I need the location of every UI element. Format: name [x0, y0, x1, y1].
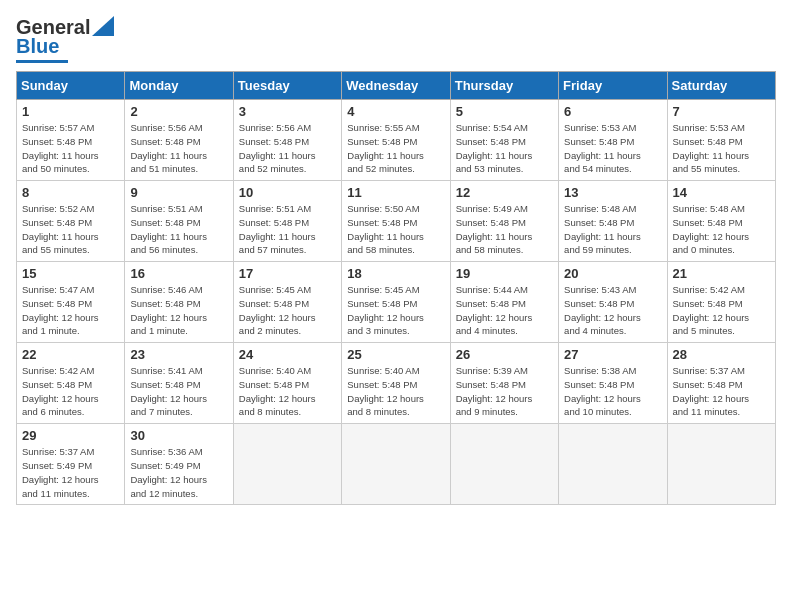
calendar-cell: 15Sunrise: 5:47 AM Sunset: 5:48 PM Dayli… — [17, 262, 125, 343]
day-number: 12 — [456, 185, 553, 200]
calendar-cell: 21Sunrise: 5:42 AM Sunset: 5:48 PM Dayli… — [667, 262, 775, 343]
calendar-cell: 9Sunrise: 5:51 AM Sunset: 5:48 PM Daylig… — [125, 181, 233, 262]
day-number: 6 — [564, 104, 661, 119]
day-info: Sunrise: 5:51 AM Sunset: 5:48 PM Dayligh… — [130, 202, 227, 257]
calendar-week-4: 22Sunrise: 5:42 AM Sunset: 5:48 PM Dayli… — [17, 343, 776, 424]
day-number: 29 — [22, 428, 119, 443]
day-info: Sunrise: 5:53 AM Sunset: 5:48 PM Dayligh… — [564, 121, 661, 176]
day-number: 26 — [456, 347, 553, 362]
calendar-week-3: 15Sunrise: 5:47 AM Sunset: 5:48 PM Dayli… — [17, 262, 776, 343]
calendar-cell — [342, 424, 450, 505]
calendar-cell: 6Sunrise: 5:53 AM Sunset: 5:48 PM Daylig… — [559, 100, 667, 181]
calendar-cell: 5Sunrise: 5:54 AM Sunset: 5:48 PM Daylig… — [450, 100, 558, 181]
weekday-monday: Monday — [125, 72, 233, 100]
calendar-cell: 17Sunrise: 5:45 AM Sunset: 5:48 PM Dayli… — [233, 262, 341, 343]
day-number: 7 — [673, 104, 770, 119]
day-info: Sunrise: 5:39 AM Sunset: 5:48 PM Dayligh… — [456, 364, 553, 419]
day-info: Sunrise: 5:37 AM Sunset: 5:49 PM Dayligh… — [22, 445, 119, 500]
day-info: Sunrise: 5:42 AM Sunset: 5:48 PM Dayligh… — [22, 364, 119, 419]
calendar-cell — [667, 424, 775, 505]
day-number: 21 — [673, 266, 770, 281]
calendar-cell: 23Sunrise: 5:41 AM Sunset: 5:48 PM Dayli… — [125, 343, 233, 424]
day-number: 22 — [22, 347, 119, 362]
calendar-table: SundayMondayTuesdayWednesdayThursdayFrid… — [16, 71, 776, 505]
day-info: Sunrise: 5:43 AM Sunset: 5:48 PM Dayligh… — [564, 283, 661, 338]
calendar-cell: 7Sunrise: 5:53 AM Sunset: 5:48 PM Daylig… — [667, 100, 775, 181]
day-info: Sunrise: 5:45 AM Sunset: 5:48 PM Dayligh… — [347, 283, 444, 338]
day-info: Sunrise: 5:48 AM Sunset: 5:48 PM Dayligh… — [564, 202, 661, 257]
calendar-cell: 4Sunrise: 5:55 AM Sunset: 5:48 PM Daylig… — [342, 100, 450, 181]
calendar-week-2: 8Sunrise: 5:52 AM Sunset: 5:48 PM Daylig… — [17, 181, 776, 262]
day-info: Sunrise: 5:40 AM Sunset: 5:48 PM Dayligh… — [347, 364, 444, 419]
calendar-cell: 12Sunrise: 5:49 AM Sunset: 5:48 PM Dayli… — [450, 181, 558, 262]
day-info: Sunrise: 5:40 AM Sunset: 5:48 PM Dayligh… — [239, 364, 336, 419]
calendar-header: SundayMondayTuesdayWednesdayThursdayFrid… — [17, 72, 776, 100]
day-info: Sunrise: 5:51 AM Sunset: 5:48 PM Dayligh… — [239, 202, 336, 257]
day-number: 30 — [130, 428, 227, 443]
weekday-wednesday: Wednesday — [342, 72, 450, 100]
day-number: 2 — [130, 104, 227, 119]
day-number: 17 — [239, 266, 336, 281]
day-number: 5 — [456, 104, 553, 119]
calendar-cell: 20Sunrise: 5:43 AM Sunset: 5:48 PM Dayli… — [559, 262, 667, 343]
day-info: Sunrise: 5:50 AM Sunset: 5:48 PM Dayligh… — [347, 202, 444, 257]
day-info: Sunrise: 5:47 AM Sunset: 5:48 PM Dayligh… — [22, 283, 119, 338]
calendar-cell: 19Sunrise: 5:44 AM Sunset: 5:48 PM Dayli… — [450, 262, 558, 343]
calendar-cell: 26Sunrise: 5:39 AM Sunset: 5:48 PM Dayli… — [450, 343, 558, 424]
day-number: 20 — [564, 266, 661, 281]
calendar-cell — [450, 424, 558, 505]
calendar-body: 1Sunrise: 5:57 AM Sunset: 5:48 PM Daylig… — [17, 100, 776, 505]
day-number: 8 — [22, 185, 119, 200]
day-number: 23 — [130, 347, 227, 362]
day-number: 27 — [564, 347, 661, 362]
day-info: Sunrise: 5:38 AM Sunset: 5:48 PM Dayligh… — [564, 364, 661, 419]
page-header: General Blue — [16, 16, 776, 63]
day-info: Sunrise: 5:48 AM Sunset: 5:48 PM Dayligh… — [673, 202, 770, 257]
calendar-cell: 3Sunrise: 5:56 AM Sunset: 5:48 PM Daylig… — [233, 100, 341, 181]
day-number: 28 — [673, 347, 770, 362]
calendar-cell: 25Sunrise: 5:40 AM Sunset: 5:48 PM Dayli… — [342, 343, 450, 424]
weekday-friday: Friday — [559, 72, 667, 100]
day-info: Sunrise: 5:37 AM Sunset: 5:48 PM Dayligh… — [673, 364, 770, 419]
day-number: 25 — [347, 347, 444, 362]
logo-icon — [92, 16, 114, 36]
calendar-cell: 13Sunrise: 5:48 AM Sunset: 5:48 PM Dayli… — [559, 181, 667, 262]
weekday-sunday: Sunday — [17, 72, 125, 100]
weekday-header-row: SundayMondayTuesdayWednesdayThursdayFrid… — [17, 72, 776, 100]
weekday-saturday: Saturday — [667, 72, 775, 100]
day-number: 3 — [239, 104, 336, 119]
day-number: 16 — [130, 266, 227, 281]
calendar-cell: 2Sunrise: 5:56 AM Sunset: 5:48 PM Daylig… — [125, 100, 233, 181]
calendar-cell: 14Sunrise: 5:48 AM Sunset: 5:48 PM Dayli… — [667, 181, 775, 262]
calendar-cell: 24Sunrise: 5:40 AM Sunset: 5:48 PM Dayli… — [233, 343, 341, 424]
calendar-cell — [233, 424, 341, 505]
calendar-cell: 8Sunrise: 5:52 AM Sunset: 5:48 PM Daylig… — [17, 181, 125, 262]
logo-text-blue: Blue — [16, 35, 59, 58]
day-info: Sunrise: 5:54 AM Sunset: 5:48 PM Dayligh… — [456, 121, 553, 176]
calendar-cell: 27Sunrise: 5:38 AM Sunset: 5:48 PM Dayli… — [559, 343, 667, 424]
weekday-tuesday: Tuesday — [233, 72, 341, 100]
day-number: 9 — [130, 185, 227, 200]
day-info: Sunrise: 5:55 AM Sunset: 5:48 PM Dayligh… — [347, 121, 444, 176]
calendar-cell: 16Sunrise: 5:46 AM Sunset: 5:48 PM Dayli… — [125, 262, 233, 343]
calendar-cell: 1Sunrise: 5:57 AM Sunset: 5:48 PM Daylig… — [17, 100, 125, 181]
day-info: Sunrise: 5:52 AM Sunset: 5:48 PM Dayligh… — [22, 202, 119, 257]
day-number: 10 — [239, 185, 336, 200]
day-number: 1 — [22, 104, 119, 119]
calendar-cell: 29Sunrise: 5:37 AM Sunset: 5:49 PM Dayli… — [17, 424, 125, 505]
calendar-week-1: 1Sunrise: 5:57 AM Sunset: 5:48 PM Daylig… — [17, 100, 776, 181]
day-info: Sunrise: 5:53 AM Sunset: 5:48 PM Dayligh… — [673, 121, 770, 176]
day-info: Sunrise: 5:56 AM Sunset: 5:48 PM Dayligh… — [130, 121, 227, 176]
day-number: 14 — [673, 185, 770, 200]
day-info: Sunrise: 5:56 AM Sunset: 5:48 PM Dayligh… — [239, 121, 336, 176]
day-number: 19 — [456, 266, 553, 281]
weekday-thursday: Thursday — [450, 72, 558, 100]
svg-marker-0 — [92, 16, 114, 36]
day-info: Sunrise: 5:57 AM Sunset: 5:48 PM Dayligh… — [22, 121, 119, 176]
day-info: Sunrise: 5:46 AM Sunset: 5:48 PM Dayligh… — [130, 283, 227, 338]
day-number: 15 — [22, 266, 119, 281]
day-info: Sunrise: 5:49 AM Sunset: 5:48 PM Dayligh… — [456, 202, 553, 257]
day-info: Sunrise: 5:42 AM Sunset: 5:48 PM Dayligh… — [673, 283, 770, 338]
day-number: 24 — [239, 347, 336, 362]
calendar-cell — [559, 424, 667, 505]
